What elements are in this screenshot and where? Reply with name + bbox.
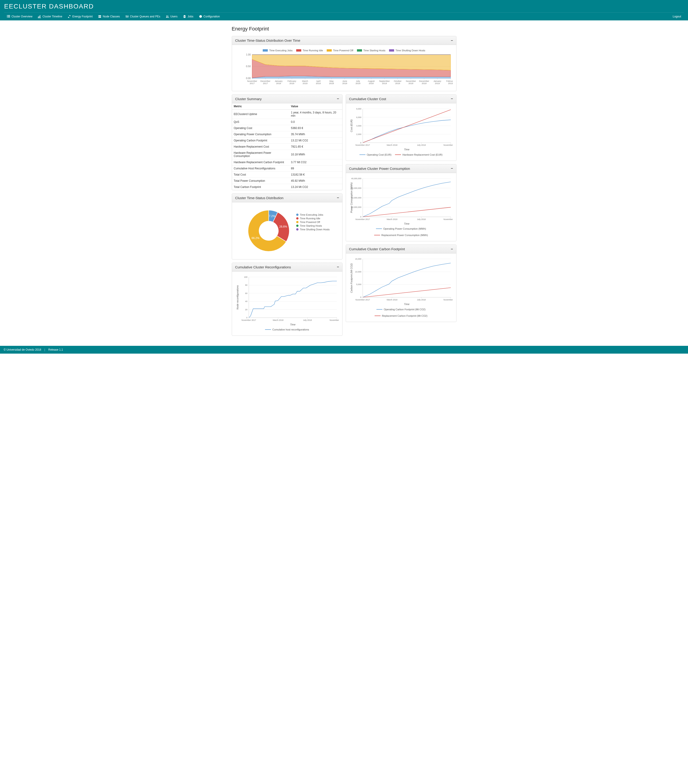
- svg-text:2018: 2018: [395, 82, 400, 84]
- svg-text:2018: 2018: [289, 82, 294, 84]
- table-row: Hardware Replacement Power Consumption10…: [232, 150, 342, 159]
- svg-text:March 2018: March 2018: [386, 299, 397, 301]
- users-icon: [166, 15, 169, 18]
- svg-text:1.00: 1.00: [246, 53, 251, 56]
- panel-reconfigurations: Cumulative Cluster Reconfigurations − 02…: [232, 263, 343, 336]
- nav-node-classes[interactable]: Node Classes: [96, 13, 123, 20]
- summary-table: Metric Value EEClusterd Uptime1 year, 4 …: [232, 103, 342, 190]
- svg-text:November 2017: November 2017: [355, 218, 370, 221]
- nav-configuration[interactable]: Configuration: [196, 13, 223, 20]
- svg-text:Power Consumption (MWh): Power Consumption (MWh): [350, 183, 353, 213]
- line-chart-reconfigs: 020406080100November 2017March 2018July …: [235, 275, 339, 327]
- svg-text:November: November: [406, 80, 416, 82]
- svg-text:March 2018: March 2018: [272, 319, 283, 321]
- svg-text:8,000: 8,000: [356, 108, 361, 110]
- svg-text:0.00: 0.00: [246, 77, 251, 79]
- svg-text:2017: 2017: [263, 82, 268, 84]
- svg-text:November 2018: November 2018: [444, 218, 453, 221]
- svg-text:40: 40: [245, 300, 247, 303]
- sliders-icon: [125, 15, 129, 18]
- svg-text:26.6%: 26.6%: [279, 225, 287, 228]
- svg-text:August: August: [368, 80, 375, 82]
- svg-text:Time: Time: [404, 148, 409, 151]
- bar-chart-icon: [38, 15, 41, 18]
- nav-cluster-overview[interactable]: Cluster Overview: [4, 13, 35, 20]
- panel-cluster-summary: Cluster Summary − Metric Value EECluster…: [232, 94, 343, 190]
- footer-release: Release 1.1: [48, 348, 63, 351]
- nav-cluster-queues-and-pes[interactable]: Cluster Queues and PEs: [123, 13, 163, 20]
- panel-title: Cumulative Cluster Carbon Footprint: [349, 247, 405, 251]
- table-row: Operating Power Consumption35.74 MWh: [232, 131, 342, 137]
- gear-icon: [199, 15, 202, 18]
- table-row: EEClusterd Uptime1 year, 4 months, 3 day…: [232, 109, 342, 119]
- nav-users[interactable]: Users: [163, 13, 180, 20]
- svg-text:February: February: [287, 80, 296, 82]
- nav-energy-footprint[interactable]: Energy Footprint: [65, 13, 96, 20]
- table-row: Operating Cost5360.93 €: [232, 125, 342, 131]
- svg-text:2017: 2017: [250, 82, 254, 84]
- svg-text:2018: 2018: [276, 82, 281, 84]
- th-list-icon: [7, 15, 10, 18]
- panel-cost: Cumulative Cluster Cost − 02,0004,0006,0…: [346, 94, 457, 161]
- collapse-icon[interactable]: −: [451, 248, 453, 250]
- svg-text:2018: 2018: [316, 82, 320, 84]
- svg-text:Time: Time: [404, 303, 409, 305]
- collapse-icon[interactable]: −: [337, 266, 339, 268]
- sync-icon: [68, 15, 71, 18]
- svg-text:0: 0: [246, 316, 247, 319]
- svg-text:2018: 2018: [329, 82, 334, 84]
- panel-title: Cumulative Cluster Cost: [349, 97, 386, 101]
- footer: © Universidad de Oviedo 2018 | Release 1…: [0, 346, 688, 354]
- main-nav: Cluster OverviewCluster TimelineEnergy F…: [4, 12, 684, 20]
- footer-copyright: © Universidad de Oviedo 2018: [4, 348, 41, 351]
- svg-text:November 2017: November 2017: [241, 319, 256, 321]
- svg-text:March 2018: March 2018: [386, 144, 397, 146]
- collapse-icon[interactable]: −: [451, 40, 453, 41]
- collapse-icon[interactable]: −: [337, 197, 339, 199]
- svg-text:June: June: [342, 80, 347, 82]
- panel-title: Cluster Time-Status Distribution: [235, 196, 284, 200]
- svg-text:April: April: [316, 80, 320, 82]
- svg-text:66.2%: 66.2%: [251, 237, 259, 240]
- panel-time-status-dist: Cluster Time-Status Distribution − 7.2%2…: [232, 193, 343, 259]
- page-title: Energy Footprint: [232, 26, 457, 32]
- svg-text:15,000: 15,000: [355, 258, 361, 260]
- svg-text:0: 0: [360, 296, 361, 299]
- svg-text:October: October: [394, 80, 401, 82]
- svg-text:December: December: [419, 80, 429, 82]
- panel-power: Cumulative Cluster Power Consumption − 0…: [346, 164, 457, 242]
- panel-title: Cumulative Cluster Power Consumption: [349, 166, 410, 171]
- collapse-icon[interactable]: −: [451, 168, 453, 170]
- panel-carbon: Cumulative Cluster Carbon Footprint − 05…: [346, 245, 457, 322]
- server-icon: [98, 15, 101, 18]
- table-row: Total Cost13182.58 €: [232, 171, 342, 178]
- collapse-icon[interactable]: −: [451, 98, 453, 100]
- nav-cluster-timeline[interactable]: Cluster Timeline: [35, 13, 65, 20]
- table-row: Cumulative Host Reconfigurations89: [232, 165, 342, 171]
- svg-text:0: 0: [360, 142, 361, 144]
- svg-text:July: July: [356, 80, 360, 82]
- svg-text:December: December: [260, 80, 270, 82]
- nav-jobs[interactable]: Jobs: [180, 13, 196, 20]
- svg-text:September: September: [379, 80, 389, 82]
- panel-title: Cumulative Cluster Reconfigurations: [235, 265, 291, 269]
- line-chart-cost: 02,0004,0006,0008,000November 2017March …: [349, 107, 453, 152]
- col-metric: Metric: [232, 103, 289, 110]
- svg-text:60: 60: [245, 292, 247, 294]
- svg-text:July 2018: July 2018: [417, 144, 426, 146]
- svg-text:November: November: [247, 80, 257, 82]
- svg-text:2018: 2018: [382, 82, 387, 84]
- svg-text:20: 20: [245, 308, 247, 311]
- logout-link[interactable]: Logout: [670, 13, 684, 20]
- svg-text:November 2018: November 2018: [444, 299, 453, 301]
- svg-text:July 2018: July 2018: [417, 299, 426, 301]
- svg-text:March: March: [302, 80, 308, 82]
- table-row: QoS0.0: [232, 119, 342, 125]
- collapse-icon[interactable]: −: [337, 98, 339, 100]
- svg-text:5,000: 5,000: [356, 283, 361, 286]
- brand-title: EECLUSTER DASHBOARD: [4, 2, 684, 12]
- svg-text:February: February: [446, 80, 453, 82]
- svg-text:0.50: 0.50: [246, 65, 251, 68]
- svg-text:6,000: 6,000: [356, 116, 361, 118]
- line-chart-power: 010,000,00020,000,00030,000,00040,000,00…: [349, 176, 453, 226]
